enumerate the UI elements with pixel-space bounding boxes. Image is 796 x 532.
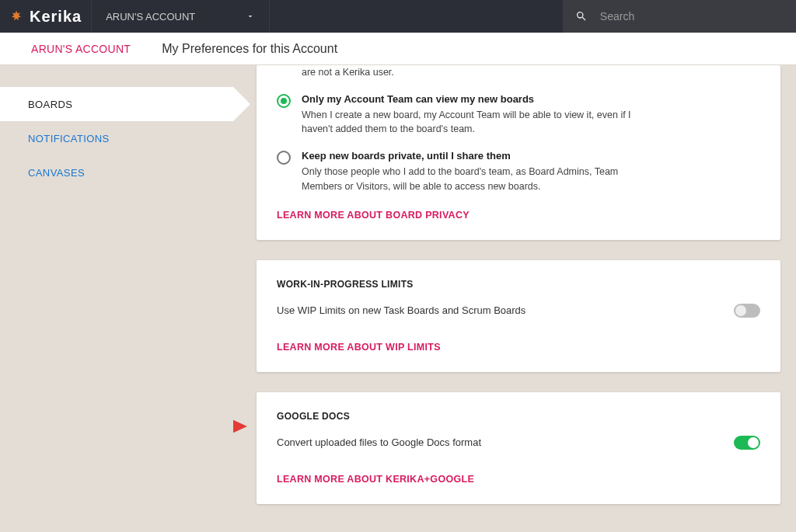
- layout: BOARDS NOTIFICATIONS CANVASES are not a …: [0, 65, 796, 532]
- account-dropdown[interactable]: ARUN'S ACCOUNT: [91, 0, 270, 33]
- main: are not a Kerika user. Only my Account T…: [233, 65, 796, 532]
- subheader: ARUN'S ACCOUNT My Preferences for this A…: [0, 33, 796, 65]
- card-title-wip: WORK-IN-PROGRESS LIMITS: [277, 279, 760, 290]
- card-googledocs: GOOGLE DOCS Convert uploaded files to Go…: [257, 392, 780, 504]
- privacy-orphan-desc: are not a Kerika user.: [302, 65, 394, 79]
- search-box[interactable]: [563, 0, 796, 33]
- gdocs-toggle-label: Convert uploaded files to Google Docs fo…: [277, 436, 481, 448]
- sidebar-item-label: CANVASES: [28, 167, 85, 179]
- wip-toggle-label: Use WIP Limits on new Task Boards and Sc…: [277, 304, 525, 316]
- radio-icon[interactable]: [277, 151, 291, 165]
- search-icon: [575, 9, 588, 23]
- radio-icon[interactable]: [277, 94, 291, 108]
- annotation-arrow-icon: [233, 416, 249, 437]
- svg-marker-1: [233, 419, 247, 434]
- card-wip: WORK-IN-PROGRESS LIMITS Use WIP Limits o…: [257, 260, 780, 372]
- sidebar-item-canvases[interactable]: CANVASES: [0, 155, 233, 190]
- chevron-down-icon: [246, 12, 255, 21]
- toggle-knob-icon: [735, 305, 746, 316]
- sidebar-item-label: NOTIFICATIONS: [28, 133, 110, 144]
- sidebar: BOARDS NOTIFICATIONS CANVASES: [0, 65, 233, 532]
- card-board-privacy: are not a Kerika user. Only my Account T…: [257, 65, 780, 240]
- brand: Kerika: [0, 0, 91, 33]
- privacy-option-private-title: Keep new boards private, until I share t…: [302, 150, 644, 162]
- wip-toggle[interactable]: [734, 304, 760, 318]
- account-dropdown-label: ARUN'S ACCOUNT: [106, 11, 195, 23]
- gdocs-toggle-row: Convert uploaded files to Google Docs fo…: [277, 436, 760, 450]
- account-link[interactable]: ARUN'S ACCOUNT: [0, 43, 162, 55]
- brand-name: Kerika: [30, 8, 82, 26]
- privacy-orphan-desc-row: are not a Kerika user.: [302, 65, 760, 79]
- card-title-gdocs: GOOGLE DOCS: [277, 411, 760, 422]
- search-input[interactable]: [600, 10, 784, 23]
- privacy-option-team-desc: When I create a new board, my Account Te…: [302, 108, 644, 136]
- learn-more-privacy[interactable]: LEARN MORE ABOUT BOARD PRIVACY: [277, 210, 470, 221]
- privacy-option-team-title: Only my Account Team can view my new boa…: [302, 93, 644, 105]
- wip-toggle-row: Use WIP Limits on new Task Boards and Sc…: [277, 304, 760, 318]
- topbar: Kerika ARUN'S ACCOUNT: [0, 0, 796, 33]
- page-title: My Preferences for this Account: [162, 42, 337, 56]
- topbar-spacer: [270, 0, 563, 33]
- sidebar-item-label: BOARDS: [28, 99, 72, 110]
- privacy-option-private[interactable]: Keep new boards private, until I share t…: [277, 150, 760, 193]
- brand-logo-icon: [9, 9, 23, 23]
- toggle-knob-icon: [748, 437, 759, 448]
- sidebar-item-boards[interactable]: BOARDS: [0, 87, 233, 121]
- privacy-option-team[interactable]: Only my Account Team can view my new boa…: [277, 93, 760, 136]
- learn-more-wip[interactable]: LEARN MORE ABOUT WIP LIMITS: [277, 342, 441, 353]
- privacy-option-private-desc: Only those people who I add to the board…: [302, 165, 644, 193]
- gdocs-toggle[interactable]: [734, 436, 760, 450]
- learn-more-gdocs[interactable]: LEARN MORE ABOUT KERIKA+GOOGLE: [277, 474, 474, 485]
- sidebar-item-notifications[interactable]: NOTIFICATIONS: [0, 121, 233, 155]
